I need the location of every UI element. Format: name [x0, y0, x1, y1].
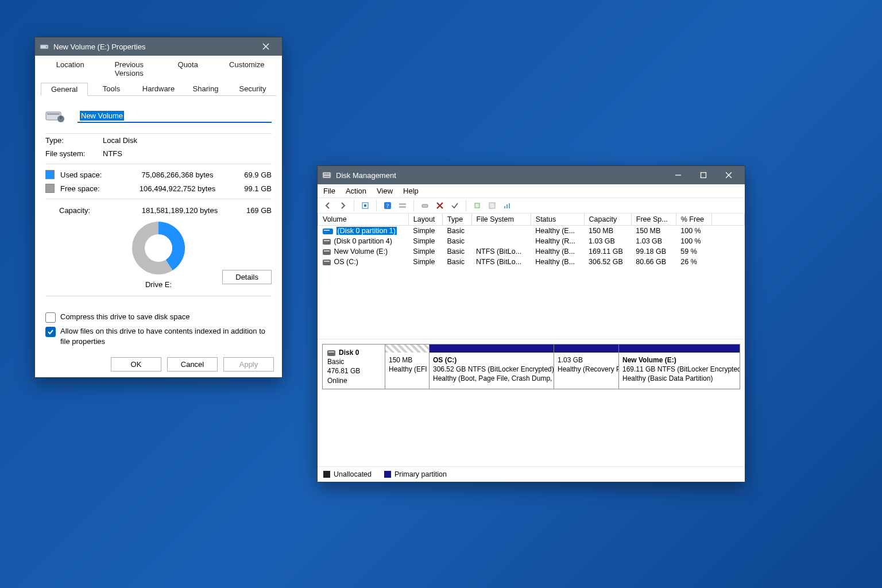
help-icon[interactable]: ?: [382, 200, 393, 211]
column-header[interactable]: Status: [531, 214, 584, 226]
partition[interactable]: 1.03 GBHealthy (Recovery P: [554, 345, 619, 389]
forward-icon[interactable]: [337, 200, 349, 211]
legend: Unallocated Primary partition: [318, 466, 745, 482]
volume-label-input[interactable]: New Volume: [78, 110, 272, 123]
apply-button[interactable]: Apply: [223, 357, 274, 372]
svg-rect-22: [509, 203, 510, 208]
type-label: Type:: [45, 136, 103, 145]
volume-row[interactable]: OS (C:)SimpleBasicNTFS (BitLo...Healthy …: [318, 257, 745, 267]
device-icon[interactable]: [419, 200, 431, 211]
column-header[interactable]: Type: [442, 214, 471, 226]
svg-rect-12: [364, 204, 366, 207]
tab-general[interactable]: General: [41, 83, 88, 96]
menu-action[interactable]: Action: [346, 187, 366, 195]
details-button[interactable]: Details: [222, 270, 272, 284]
window-title: Disk Management: [336, 171, 396, 180]
disk-header[interactable]: Disk 0 Basic 476.81 GB Online: [323, 345, 385, 389]
tabs-row-2: General Tools Hardware Sharing Security: [41, 82, 276, 96]
svg-rect-17: [422, 204, 428, 207]
titlebar[interactable]: Disk Management: [318, 166, 745, 184]
volume-row[interactable]: New Volume (E:)SimpleBasicNTFS (BitLo...…: [318, 246, 745, 257]
index-checkbox[interactable]: [45, 327, 56, 337]
add-icon[interactable]: [471, 200, 483, 211]
svg-rect-7: [323, 172, 331, 178]
tab-quota[interactable]: Quota: [158, 58, 218, 80]
svg-rect-8: [324, 173, 330, 175]
tab-hardware[interactable]: Hardware: [135, 82, 182, 95]
drive-large-icon: [45, 107, 65, 125]
menu-help[interactable]: Help: [403, 187, 419, 195]
fs-label: File system:: [45, 149, 103, 158]
tab-previous-versions[interactable]: Previous Versions: [100, 58, 159, 80]
svg-rect-19: [489, 203, 495, 208]
menubar: File Action View Help: [318, 184, 745, 198]
used-space-row: Used space: 75,086,266,368 bytes 69.9 GB: [45, 168, 272, 181]
svg-rect-6: [60, 116, 62, 119]
tab-location[interactable]: Location: [41, 58, 100, 80]
column-header[interactable]: Capacity: [584, 214, 631, 226]
column-header[interactable]: % Free: [676, 214, 711, 226]
legend-unallocated-swatch: [323, 471, 330, 478]
toolbar: ?: [318, 198, 745, 214]
tab-sharing[interactable]: Sharing: [182, 82, 229, 95]
drive-caption: Drive E:: [145, 280, 172, 289]
back-icon[interactable]: [322, 200, 334, 211]
titlebar[interactable]: New Volume (E:) Properties: [35, 37, 282, 56]
ok-button[interactable]: OK: [111, 357, 161, 372]
compress-label: Compress this drive to save disk space: [60, 312, 189, 322]
wizard-icon[interactable]: [486, 200, 498, 211]
cancel-button[interactable]: Cancel: [167, 357, 218, 372]
column-header[interactable]: Volume: [318, 214, 409, 226]
tab-customize[interactable]: Customize: [218, 58, 277, 80]
svg-rect-18: [475, 203, 479, 208]
volume-row[interactable]: (Disk 0 partition 4)SimpleBasicHealthy (…: [318, 236, 745, 246]
close-button[interactable]: [717, 166, 740, 184]
delete-icon[interactable]: [434, 200, 446, 211]
check-icon[interactable]: [449, 200, 461, 211]
svg-text:?: ?: [386, 203, 389, 209]
index-label: Allow files on this drive to have conten…: [60, 326, 272, 346]
menu-view[interactable]: View: [377, 187, 393, 195]
column-header[interactable]: Layout: [408, 214, 442, 226]
disk-management-window: Disk Management File Action View Help ? …: [317, 165, 745, 482]
chart-icon[interactable]: [501, 200, 513, 211]
svg-point-1: [46, 47, 47, 48]
volume-list[interactable]: VolumeLayoutTypeFile SystemStatusCapacit…: [318, 214, 745, 339]
disk-graphical-row[interactable]: Disk 0 Basic 476.81 GB Online 150 MBHeal…: [322, 344, 740, 389]
view2-icon[interactable]: [397, 200, 408, 211]
svg-rect-3: [47, 113, 60, 115]
drive-icon: [40, 42, 49, 51]
partition[interactable]: 150 MBHealthy (EFI S: [385, 345, 430, 389]
volume-properties-dialog: New Volume (E:) Properties Location Prev…: [34, 37, 283, 378]
minimize-button[interactable]: [667, 166, 690, 184]
refresh-icon[interactable]: [359, 200, 371, 211]
svg-rect-20: [504, 206, 505, 208]
menu-file[interactable]: File: [323, 187, 335, 195]
disk-mgmt-icon: [322, 171, 331, 180]
svg-rect-15: [399, 203, 406, 205]
column-header[interactable]: Free Sp...: [631, 214, 676, 226]
svg-rect-9: [324, 176, 330, 177]
tab-security[interactable]: Security: [229, 82, 276, 95]
maximize-button[interactable]: [692, 166, 715, 184]
tabs-row-1: Location Previous Versions Quota Customi…: [41, 58, 276, 80]
disk-icon: [327, 350, 335, 356]
type-value: Local Disk: [103, 136, 137, 145]
svg-rect-10: [701, 173, 706, 178]
partition[interactable]: New Volume (E:)169.11 GB NTFS (BitLocker…: [619, 345, 740, 389]
column-header[interactable]: File System: [471, 214, 531, 226]
svg-rect-21: [506, 204, 508, 208]
legend-primary-swatch: [384, 471, 391, 478]
close-button[interactable]: [254, 37, 277, 56]
window-title: New Volume (E:) Properties: [53, 42, 145, 51]
svg-rect-16: [399, 206, 406, 208]
tab-tools[interactable]: Tools: [88, 82, 135, 95]
partition[interactable]: OS (C:)306.52 GB NTFS (BitLocker Encrypt…: [430, 345, 554, 389]
free-space-row: Free space: 106,494,922,752 bytes 99.1 G…: [45, 181, 272, 195]
free-swatch: [45, 184, 55, 193]
fs-value: NTFS: [103, 149, 122, 158]
compress-checkbox[interactable]: [45, 312, 56, 323]
volume-row[interactable]: (Disk 0 partition 1)SimpleBasicHealthy (…: [318, 226, 745, 237]
usage-pie-chart: [132, 222, 185, 274]
capacity-row: Capacity: 181,581,189,120 bytes 169 GB: [45, 203, 272, 218]
